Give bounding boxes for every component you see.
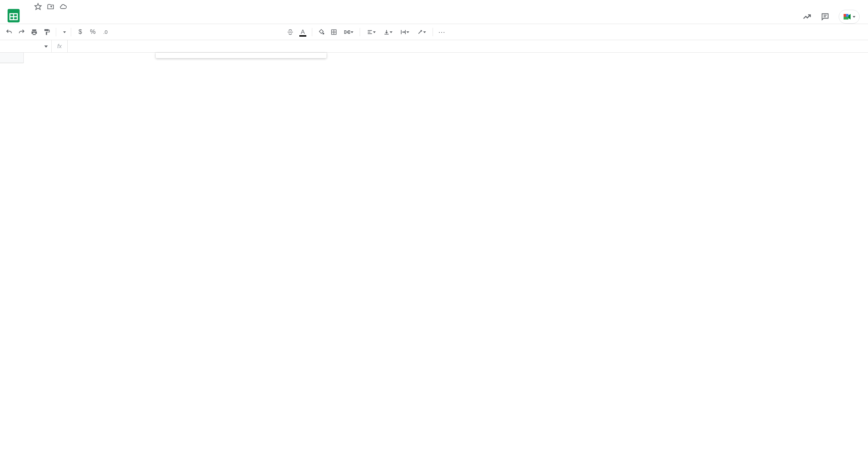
svg-rect-19 — [345, 30, 346, 33]
row-headers — [0, 53, 24, 63]
decimal-button[interactable]: .0 — [100, 27, 111, 37]
separator — [360, 28, 360, 36]
sheets-logo-icon[interactable] — [6, 8, 22, 24]
separator — [71, 28, 71, 36]
svg-rect-9 — [844, 17, 848, 20]
trend-icon[interactable] — [802, 12, 811, 21]
title-row — [28, 3, 802, 10]
svg-marker-21 — [351, 31, 353, 33]
doc-title[interactable] — [28, 5, 29, 8]
select-all-corner[interactable] — [0, 53, 24, 63]
borders-button[interactable] — [328, 27, 339, 37]
h-align-button[interactable] — [364, 27, 379, 37]
rotate-button[interactable] — [414, 27, 429, 37]
svg-rect-10 — [846, 14, 848, 17]
name-box[interactable] — [0, 40, 52, 52]
svg-point-15 — [323, 33, 324, 34]
column-headers — [24, 53, 868, 63]
zoom-select[interactable] — [60, 31, 67, 33]
svg-marker-27 — [390, 31, 392, 33]
formula-bar: fx — [0, 40, 868, 53]
svg-marker-12 — [853, 16, 855, 18]
svg-marker-31 — [423, 31, 426, 33]
star-icon[interactable] — [34, 3, 42, 10]
fill-color-button[interactable] — [316, 27, 327, 37]
merge-button[interactable] — [341, 27, 356, 37]
svg-marker-4 — [35, 3, 41, 9]
svg-marker-32 — [44, 45, 48, 47]
separator — [56, 28, 56, 36]
comment-icon[interactable] — [821, 12, 830, 21]
spreadsheet-grid[interactable] — [0, 53, 868, 63]
wrap-button[interactable] — [397, 27, 412, 37]
currency-button[interactable]: $ — [75, 27, 86, 37]
fx-icon: fx — [52, 40, 68, 52]
v-align-button[interactable] — [380, 27, 396, 37]
svg-marker-30 — [406, 31, 409, 33]
svg-marker-25 — [373, 31, 376, 33]
percent-button[interactable]: % — [87, 27, 98, 37]
text-color-button[interactable]: A — [297, 27, 308, 37]
print-button[interactable] — [29, 27, 40, 37]
strikethrough-button[interactable] — [285, 27, 296, 37]
data-menu-dropdown — [156, 53, 327, 58]
svg-marker-11 — [848, 14, 851, 20]
move-icon[interactable] — [47, 3, 54, 10]
separator — [433, 28, 433, 36]
header-main — [28, 3, 802, 11]
more-button[interactable]: ⋯ — [436, 27, 448, 37]
header-right — [802, 3, 862, 24]
toolbar: $ % .0 A ⋯ — [0, 24, 868, 40]
separator — [312, 28, 312, 36]
header — [0, 0, 868, 24]
cloud-icon[interactable] — [59, 3, 67, 10]
paint-format-button[interactable] — [41, 27, 52, 37]
undo-button[interactable] — [3, 27, 15, 37]
svg-marker-13 — [63, 31, 66, 33]
meet-button[interactable] — [839, 10, 860, 24]
redo-button[interactable] — [16, 27, 27, 37]
